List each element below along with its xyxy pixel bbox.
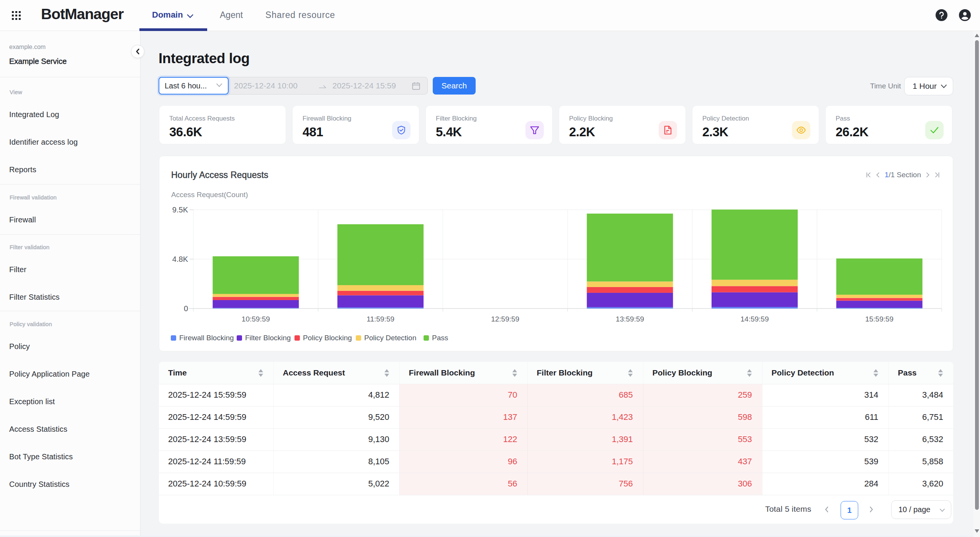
svg-text:14:59:59: 14:59:59 xyxy=(741,315,769,323)
svg-text:0: 0 xyxy=(184,304,188,313)
svg-text:15:59:59: 15:59:59 xyxy=(865,315,893,323)
svg-text:11:59:59: 11:59:59 xyxy=(366,315,394,323)
svg-text:10:59:59: 10:59:59 xyxy=(242,315,270,323)
svg-text:4.8K: 4.8K xyxy=(172,255,188,263)
svg-text:13:59:59: 13:59:59 xyxy=(616,315,644,323)
svg-text:12:59:59: 12:59:59 xyxy=(491,315,519,323)
svg-text:9.5K: 9.5K xyxy=(172,206,188,214)
